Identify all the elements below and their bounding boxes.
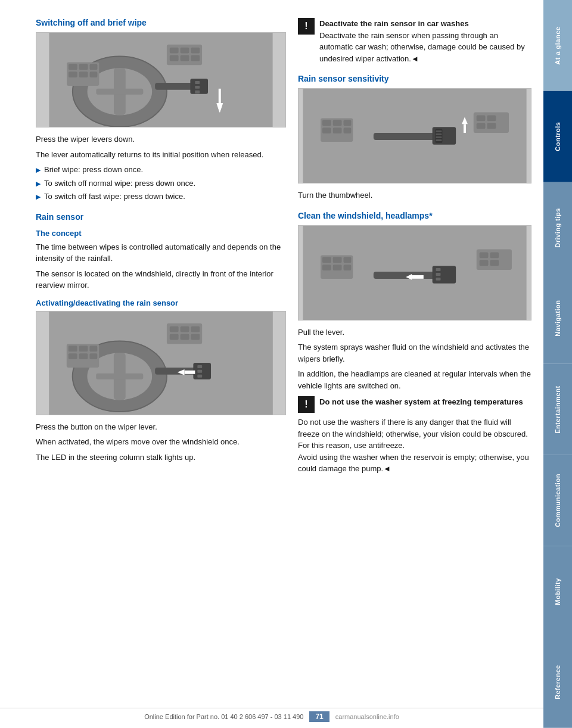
bullet-arrow-3: ▶	[36, 192, 41, 202]
section4-title: Clean the windshield, headlamps*	[298, 211, 531, 220]
warning-icon-1: !	[298, 18, 315, 35]
sidebar: At a glance Controls Driving tips Naviga…	[543, 0, 572, 728]
svg-rect-22	[191, 48, 200, 54]
concept-p2: The sensor is located on the windshield,…	[36, 268, 286, 291]
svg-rect-72	[477, 123, 486, 129]
warning-text-1: Deactivate the rain sensor in car washes…	[319, 18, 531, 64]
svg-rect-17	[79, 71, 88, 77]
warning-icon-2: !	[298, 396, 315, 413]
svg-rect-42	[69, 353, 77, 359]
svg-rect-58	[333, 127, 342, 133]
svg-rect-11	[219, 89, 221, 104]
activated-text: When activated, the wipers move over the…	[36, 436, 286, 448]
sidebar-tab-reference[interactable]: Reference	[543, 637, 572, 728]
svg-rect-47	[181, 326, 189, 332]
bullet-arrow-2: ▶	[36, 179, 41, 189]
page-number: 71	[309, 711, 329, 722]
subsection1-title: The concept	[36, 229, 286, 238]
sidebar-tab-driving-tips[interactable]: Driving tips	[543, 182, 572, 273]
svg-rect-59	[344, 127, 352, 133]
footer-text-left: Online Edition for Part no. 01 40 2 606 …	[144, 713, 303, 720]
warning-block-1: ! Deactivate the rain sensor in car wash…	[298, 18, 531, 64]
svg-rect-9	[195, 91, 200, 94]
svg-rect-90	[480, 252, 489, 258]
svg-rect-33	[197, 365, 202, 368]
section1-title: Switching off and brief wipe	[36, 18, 286, 27]
svg-rect-51	[191, 334, 200, 340]
sensitivity-image	[298, 88, 531, 183]
warning2-body: Do not use the washers if there is any d…	[298, 416, 531, 475]
svg-rect-92	[480, 260, 489, 266]
svg-rect-54	[322, 120, 331, 126]
svg-rect-80	[333, 265, 342, 270]
svg-rect-4	[96, 89, 143, 95]
svg-rect-93	[490, 260, 499, 266]
sidebar-tab-entertainment[interactable]: Entertainment	[543, 364, 572, 455]
svg-rect-64	[436, 133, 442, 135]
press-wiper-text: Press the wiper levers down.	[36, 133, 286, 145]
svg-rect-7	[195, 81, 200, 84]
svg-rect-39	[69, 346, 77, 351]
svg-rect-41	[89, 346, 97, 351]
svg-rect-86	[436, 277, 441, 280]
svg-rect-76	[322, 257, 331, 263]
svg-rect-43	[79, 353, 88, 359]
svg-rect-24	[181, 55, 189, 61]
sidebar-tab-mobility[interactable]: Mobility	[543, 546, 572, 637]
sidebar-tab-controls[interactable]: Controls	[543, 91, 572, 182]
warning-block-2: ! Do not use the washer system at freezi…	[298, 396, 531, 413]
svg-rect-18	[90, 71, 98, 77]
svg-rect-57	[322, 127, 331, 133]
svg-rect-44	[89, 353, 97, 359]
svg-rect-68	[464, 124, 466, 133]
svg-rect-85	[436, 273, 441, 276]
bullet-1: ▶ Brief wipe: press down once.	[36, 164, 286, 176]
bullet-2: ▶ To switch off normal wipe: press down …	[36, 178, 286, 189]
svg-rect-14	[79, 64, 88, 70]
svg-rect-71	[487, 115, 496, 121]
svg-rect-34	[197, 369, 202, 372]
svg-rect-70	[477, 115, 486, 121]
warning-text-2: Do not use the washer system at freezing…	[319, 396, 523, 408]
svg-rect-66	[436, 139, 442, 141]
wiper-lever-image	[36, 32, 286, 127]
svg-rect-78	[344, 257, 352, 263]
svg-rect-20	[170, 48, 179, 54]
svg-rect-63	[436, 130, 442, 132]
svg-rect-55	[333, 120, 342, 126]
led-text: The LED in the steering column stalk lig…	[36, 452, 286, 463]
section2-title: Rain sensor	[36, 212, 286, 222]
svg-rect-81	[344, 265, 352, 270]
svg-rect-91	[490, 252, 499, 258]
svg-rect-84	[436, 268, 441, 271]
svg-rect-15	[90, 64, 98, 70]
svg-rect-77	[333, 257, 342, 263]
bullet-arrow-1: ▶	[36, 165, 41, 175]
left-column: Switching off and brief wipe	[36, 18, 286, 716]
right-column: ! Deactivate the rain sensor in car wash…	[298, 18, 531, 716]
svg-rect-8	[195, 86, 200, 89]
svg-rect-25	[191, 55, 200, 61]
svg-rect-16	[69, 71, 77, 77]
bullet-3: ▶ To switch off fast wipe: press down tw…	[36, 191, 286, 203]
sidebar-tab-communication[interactable]: Communication	[543, 455, 572, 546]
svg-rect-37	[185, 370, 195, 374]
concept-p1: The time between wipes is controlled aut…	[36, 241, 286, 265]
rain-sensor-image	[36, 311, 286, 415]
page-footer: Online Edition for Part no. 01 40 2 606 …	[0, 708, 543, 722]
svg-rect-79	[322, 265, 331, 270]
svg-rect-48	[191, 326, 200, 332]
svg-rect-49	[170, 334, 179, 340]
footer-text-right: carmanualsonline.info	[335, 713, 399, 720]
svg-rect-73	[487, 123, 496, 129]
sidebar-tab-navigation[interactable]: Navigation	[543, 273, 572, 364]
lever-returns-text: The lever automatically returns to its i…	[36, 149, 286, 161]
svg-rect-83	[433, 266, 456, 284]
svg-rect-40	[79, 346, 88, 351]
headlamps-cleaned-text: In addition, the headlamps are cleaned a…	[298, 368, 531, 391]
svg-rect-46	[170, 326, 179, 332]
svg-rect-56	[344, 120, 352, 126]
sidebar-tab-at-a-glance[interactable]: At a glance	[543, 0, 572, 91]
svg-rect-65	[436, 136, 442, 138]
svg-rect-50	[181, 334, 189, 340]
